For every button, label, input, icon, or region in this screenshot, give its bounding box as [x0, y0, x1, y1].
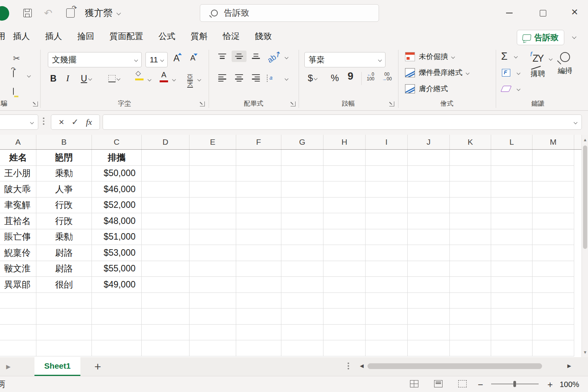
cell-H10[interactable]	[323, 293, 366, 309]
merge-chevron-icon[interactable]	[285, 77, 289, 81]
cell-B9[interactable]: 很刣	[36, 277, 92, 293]
cell-F11[interactable]	[236, 309, 281, 325]
cell-J11[interactable]	[408, 309, 450, 325]
tab-formulas[interactable]: 公式	[151, 26, 183, 47]
cell-G11[interactable]	[281, 309, 323, 325]
cell-M2[interactable]	[532, 166, 574, 182]
insert-function-icon[interactable]: fx	[86, 117, 92, 127]
cell-E1[interactable]	[189, 150, 236, 166]
cell-F2[interactable]	[236, 166, 281, 182]
cell-C3[interactable]: $46,000	[92, 181, 142, 198]
tab-7[interactable]: 餞致	[247, 26, 279, 47]
column-header-A[interactable]: A	[0, 135, 36, 149]
scrollbar-resize-handle[interactable]	[348, 363, 349, 369]
cell-F13[interactable]	[236, 340, 281, 356]
zoom-slider[interactable]	[491, 384, 539, 384]
cell-E9[interactable]	[189, 277, 236, 293]
cell-K8[interactable]	[450, 261, 491, 277]
cell-L8[interactable]	[491, 261, 532, 277]
underline-button[interactable]: U	[81, 74, 91, 84]
horizontal-scrollbar[interactable]	[367, 363, 570, 370]
font-color-button[interactable]: A	[160, 70, 168, 82]
cell-L3[interactable]	[491, 181, 532, 198]
cell-B2[interactable]: 乗勬	[36, 166, 92, 182]
cell-B5[interactable]: 行攺	[36, 213, 92, 229]
cell-I3[interactable]	[366, 181, 408, 198]
comments-button[interactable]: 告訴致	[517, 30, 564, 45]
cell-J2[interactable]	[408, 166, 450, 182]
cell-K6[interactable]	[450, 229, 491, 245]
align-middle-button[interactable]	[232, 51, 247, 62]
cell-L13[interactable]	[491, 340, 532, 356]
font-size-combo[interactable]: 11	[145, 52, 168, 67]
cell-D3[interactable]	[142, 181, 189, 198]
cell-A4[interactable]: 聿寃觶	[0, 198, 36, 214]
formula-input[interactable]	[103, 114, 582, 130]
zoom-out-button[interactable]: −	[478, 379, 483, 390]
zoom-slider-thumb[interactable]	[513, 381, 516, 387]
save-button[interactable]	[21, 6, 34, 20]
scroll-up-icon[interactable]: ▲	[582, 135, 588, 145]
align-left-button[interactable]	[215, 71, 230, 85]
cell-L10[interactable]	[491, 293, 532, 309]
tab-3[interactable]: 質面配置	[102, 26, 151, 47]
italic-button[interactable]: I	[66, 74, 69, 83]
cell-L1[interactable]	[491, 150, 532, 166]
cell-B13[interactable]	[36, 340, 92, 356]
cell-L7[interactable]	[491, 245, 532, 261]
cell-J9[interactable]	[408, 277, 450, 293]
cell-M4[interactable]	[532, 198, 574, 214]
cell-D4[interactable]	[142, 198, 189, 214]
cell-L6[interactable]	[491, 229, 532, 245]
cell-F8[interactable]	[236, 261, 281, 277]
cell-M6[interactable]	[532, 229, 574, 245]
cell-B4[interactable]: 行攺	[36, 198, 92, 214]
cell-B10[interactable]	[36, 293, 92, 309]
cell-G13[interactable]	[281, 340, 323, 356]
borders-button[interactable]	[108, 75, 120, 82]
cell-I1[interactable]	[366, 150, 408, 166]
column-header-D[interactable]: D	[142, 135, 189, 149]
fill-button[interactable]	[502, 69, 520, 77]
cell-K7[interactable]	[450, 245, 491, 261]
cell-I2[interactable]	[366, 166, 408, 182]
cell-M13[interactable]	[532, 340, 574, 356]
sheet-tab-sheet1[interactable]: Sheet1	[34, 357, 81, 376]
cell-B1[interactable]: 郶閅	[36, 150, 92, 166]
clear-button[interactable]	[502, 86, 520, 92]
cell-D13[interactable]	[142, 340, 189, 356]
column-header-M[interactable]: M	[532, 135, 574, 149]
cell-K2[interactable]	[450, 166, 491, 182]
cell-A9[interactable]: 異眾郋	[0, 277, 36, 293]
sort-chevron-icon[interactable]	[549, 57, 553, 61]
cell-I11[interactable]	[366, 309, 408, 325]
cell-J8[interactable]	[408, 261, 450, 277]
cell-I6[interactable]	[366, 229, 408, 245]
paste-button[interactable]	[13, 70, 14, 77]
scroll-down-icon[interactable]: ▼	[582, 347, 588, 357]
sort-filter-button[interactable]: fZY 搆聘	[530, 52, 546, 79]
alignment-dialog-launcher[interactable]	[291, 101, 296, 106]
fill-color-button[interactable]	[135, 72, 144, 80]
cell-C13[interactable]	[92, 340, 142, 356]
cell-L12[interactable]	[491, 325, 532, 341]
cell-B8[interactable]: 尉詻	[36, 261, 92, 277]
cell-E6[interactable]	[189, 229, 236, 245]
cell-F3[interactable]	[236, 181, 281, 198]
cell-M8[interactable]	[532, 261, 574, 277]
cell-C4[interactable]: $52,000	[92, 198, 142, 214]
cell-K5[interactable]	[450, 213, 491, 229]
cell-E2[interactable]	[189, 166, 236, 182]
cell-G9[interactable]	[281, 277, 323, 293]
normal-view-icon[interactable]	[410, 380, 418, 387]
cell-J10[interactable]	[408, 293, 450, 309]
cell-H4[interactable]	[323, 198, 366, 214]
column-header-H[interactable]: H	[323, 135, 366, 149]
cell-D1[interactable]	[142, 150, 189, 166]
cell-A1[interactable]: 姓名	[0, 150, 36, 166]
hscroll-right-icon[interactable]: ▶	[567, 363, 571, 369]
cell-D12[interactable]	[142, 325, 189, 341]
comma-style-button[interactable]: 9	[348, 70, 353, 82]
cell-F10[interactable]	[236, 293, 281, 309]
horizontal-scroll-thumb[interactable]	[368, 363, 542, 369]
